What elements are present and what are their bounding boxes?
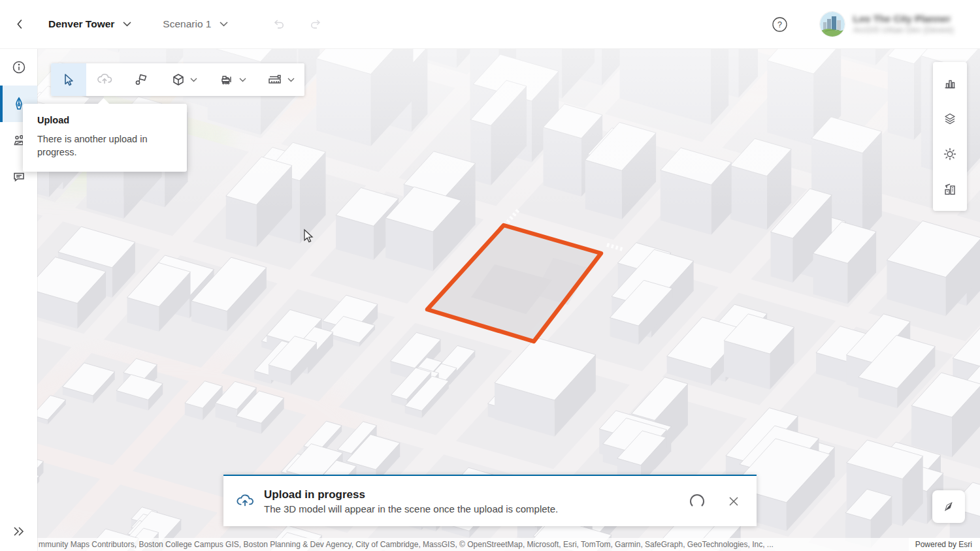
upload-notification: Upload in progress The 3D model will app… bbox=[223, 475, 757, 526]
upload-tooltip: Upload There is another upload in progre… bbox=[23, 104, 187, 172]
mouse-cursor-icon bbox=[302, 228, 315, 244]
compass-needle-icon bbox=[938, 496, 960, 518]
dashboard-button[interactable] bbox=[933, 66, 967, 101]
layers-button[interactable] bbox=[933, 101, 967, 136]
chevron-down-icon bbox=[287, 78, 295, 82]
back-button[interactable] bbox=[9, 13, 31, 35]
tooltip-body: There is another upload in progress. bbox=[37, 133, 172, 159]
chevron-down-icon bbox=[220, 22, 228, 27]
notification-title: Upload in progress bbox=[264, 488, 690, 501]
undo-icon bbox=[271, 16, 287, 32]
bulldozer-icon bbox=[218, 71, 235, 88]
tooltip-title: Upload bbox=[37, 115, 172, 125]
help-button[interactable]: ? bbox=[770, 14, 790, 34]
map-credits: mmunity Maps Contributors, Boston Colleg… bbox=[37, 538, 909, 551]
redo-icon bbox=[308, 16, 323, 32]
urban-style-button[interactable] bbox=[933, 172, 967, 207]
lasso-draw-icon bbox=[133, 72, 149, 87]
measure-tool-button[interactable] bbox=[256, 63, 304, 96]
user-org: ArcGIS Urban Dev (Devext) bbox=[853, 25, 954, 35]
active-indicator bbox=[0, 86, 3, 122]
notification-body: The 3D model will appear in the scene on… bbox=[264, 503, 690, 514]
project-selector[interactable]: Denver Tower bbox=[48, 18, 131, 30]
sidebar-item-overview[interactable] bbox=[0, 49, 37, 86]
avatar bbox=[820, 12, 845, 37]
svg-text:?: ? bbox=[777, 20, 782, 29]
close-icon bbox=[729, 497, 738, 506]
upload-cloud-icon bbox=[235, 492, 255, 511]
cube-icon bbox=[171, 72, 186, 87]
daylight-button[interactable] bbox=[933, 136, 967, 172]
help-icon: ? bbox=[772, 16, 788, 33]
right-panel bbox=[933, 62, 967, 211]
bar-chart-icon bbox=[942, 76, 958, 91]
info-icon bbox=[11, 59, 27, 75]
arcgis-urban-app: Denver Tower Scenario 1 ? bbox=[0, 0, 980, 551]
chevron-down-icon bbox=[239, 78, 246, 82]
user-menu[interactable]: Leo The City Planner ArcGIS Urban Dev (D… bbox=[820, 12, 954, 37]
notification-text: Upload in progress The 3D model will app… bbox=[264, 488, 690, 514]
attribution-bar: mmunity Maps Contributors, Boston Colleg… bbox=[37, 538, 980, 551]
develop-tool-button[interactable] bbox=[208, 63, 256, 96]
redo-button[interactable] bbox=[305, 14, 326, 35]
undo-button[interactable] bbox=[269, 14, 289, 35]
map-toolbar bbox=[51, 63, 304, 96]
double-chevron-right-icon bbox=[12, 525, 26, 538]
upload-cloud-icon bbox=[96, 71, 113, 88]
powered-by-esri: Powered by Esri bbox=[909, 538, 980, 551]
project-title: Denver Tower bbox=[48, 18, 114, 30]
layers-icon bbox=[942, 111, 958, 127]
chevron-down-icon bbox=[190, 78, 197, 82]
draw-parcel-tool-button[interactable] bbox=[123, 63, 159, 96]
chevron-left-icon bbox=[13, 17, 27, 31]
sidebar-expand-button[interactable] bbox=[0, 520, 37, 543]
loading-spinner-icon bbox=[690, 494, 704, 509]
compass-button[interactable] bbox=[932, 490, 965, 523]
scenario-selector[interactable]: Scenario 1 bbox=[163, 18, 228, 30]
user-info: Leo The City Planner ArcGIS Urban Dev (D… bbox=[853, 13, 954, 36]
measure-ruler-icon bbox=[267, 71, 284, 88]
comment-icon bbox=[11, 169, 27, 185]
city-style-icon bbox=[942, 181, 958, 197]
upload-tool-button[interactable] bbox=[86, 63, 123, 96]
top-bar: Denver Tower Scenario 1 ? bbox=[0, 0, 980, 49]
user-name: Leo The City Planner bbox=[853, 13, 954, 25]
chevron-down-icon bbox=[123, 22, 131, 27]
sun-icon bbox=[942, 146, 958, 162]
space-use-tool-button[interactable] bbox=[159, 63, 208, 96]
select-tool-button[interactable] bbox=[51, 63, 86, 96]
close-notification-button[interactable] bbox=[725, 493, 742, 510]
select-cursor-icon bbox=[61, 72, 76, 87]
scenario-title: Scenario 1 bbox=[163, 18, 211, 30]
